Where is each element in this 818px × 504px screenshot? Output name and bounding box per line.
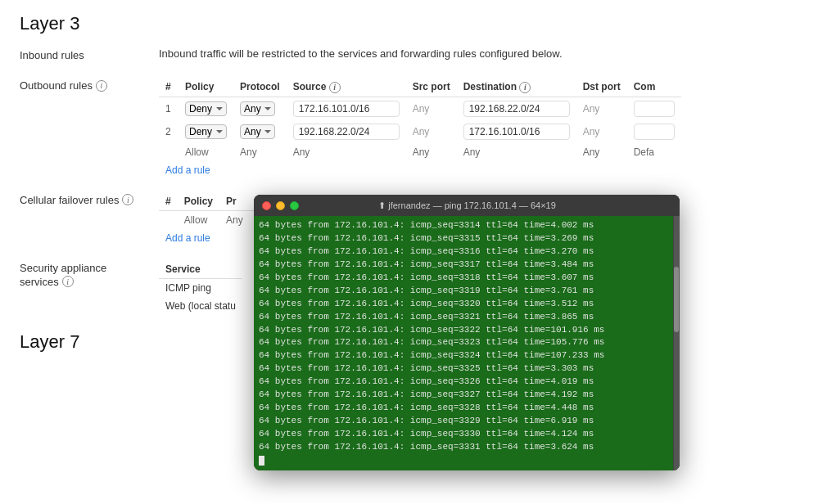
row2-protocol-select[interactable]: Any — [240, 124, 275, 139]
row1-policy-select[interactable]: Deny Allow — [185, 101, 227, 116]
terminal-line: 64 bytes from 172.16.101.4: icmp_seq=332… — [259, 402, 675, 415]
row2-destination — [457, 120, 576, 143]
terminal-cursor — [259, 456, 264, 466]
terminal-line: 64 bytes from 172.16.101.4: icmp_seq=332… — [259, 415, 675, 428]
col-comment: Com — [627, 78, 681, 97]
col-protocol: Protocol — [233, 78, 287, 97]
row1-num: 1 — [159, 97, 179, 120]
table-row: 1 Deny Allow Any — [159, 97, 681, 120]
row1-protocol-select[interactable]: Any — [240, 101, 275, 116]
default-empty — [159, 143, 179, 161]
row1-srcport: Any — [406, 97, 457, 120]
svc-col-service: Service — [159, 260, 242, 279]
destination-info-icon[interactable]: i — [519, 82, 531, 93]
page-title: Layer 3 — [20, 13, 798, 34]
terminal-line: 64 bytes from 172.16.101.4: icmp_seq=331… — [259, 232, 675, 245]
terminal-cursor-line — [259, 454, 675, 467]
terminal-scrollbar[interactable] — [673, 216, 680, 470]
default-comment: Defa — [627, 143, 681, 161]
outbound-table-header: # Policy Protocol Source i Src port Dest… — [159, 78, 681, 97]
security-info-icon[interactable]: i — [62, 276, 74, 287]
outbound-add-rule-link[interactable]: Add a rule — [165, 164, 210, 176]
cel-default-policy: Allow — [178, 210, 219, 229]
row1-dstport: Any — [576, 97, 627, 120]
cellular-info-icon[interactable]: i — [122, 194, 133, 205]
terminal-line: 64 bytes from 172.16.101.4: icmp_seq=332… — [259, 311, 675, 324]
terminal-scrollbar-thumb[interactable] — [674, 267, 679, 332]
terminal-line: 64 bytes from 172.16.101.4: icmp_seq=332… — [259, 362, 675, 376]
row1-protocol: Any — [233, 97, 287, 120]
inbound-description: Inbound traffic will be restricted to th… — [159, 46, 563, 60]
cel-default-protocol: Any — [219, 210, 250, 229]
default-destination: Any — [457, 143, 576, 161]
table-row: Web (local statu — [159, 297, 242, 315]
terminal-title: ⬆ jfernandez — ping 172.16.101.4 — 64×19 — [263, 200, 671, 211]
row1-destination — [457, 97, 576, 120]
terminal-line: 64 bytes from 172.16.101.4: icmp_seq=332… — [259, 389, 675, 402]
row1-source — [287, 97, 406, 120]
terminal-line: 64 bytes from 172.16.101.4: icmp_seq=333… — [259, 441, 675, 454]
terminal-line: 64 bytes from 172.16.101.4: icmp_seq=331… — [259, 245, 675, 259]
cellular-add-rule-link[interactable]: Add a rule — [165, 232, 210, 244]
default-protocol: Any — [233, 143, 287, 161]
row2-srcport: Any — [406, 120, 457, 143]
row1-comment-input[interactable] — [634, 101, 675, 117]
row1-source-input[interactable] — [293, 101, 400, 117]
terminal-window: ⬆ jfernandez — ping 172.16.101.4 — 64×19… — [254, 195, 680, 470]
row2-source — [287, 120, 406, 143]
outbound-label: Outbound rules i — [20, 78, 159, 92]
col-num: # — [159, 78, 179, 97]
outbound-table: # Policy Protocol Source i Src port Dest… — [159, 78, 681, 161]
row2-source-input[interactable] — [293, 124, 400, 140]
terminal-line: 64 bytes from 172.16.101.4: icmp_seq=332… — [259, 376, 675, 389]
row2-dest-input[interactable] — [463, 124, 570, 140]
inbound-section: Inbound rules Inbound traffic will be re… — [20, 47, 798, 61]
cellular-label: Cellular failover rules i — [20, 192, 159, 206]
row2-protocol: Any — [233, 120, 287, 143]
row1-policy: Deny Allow — [179, 97, 233, 120]
source-info-icon[interactable]: i — [329, 82, 341, 93]
inbound-content: Inbound traffic will be restricted to th… — [159, 47, 798, 60]
outbound-info-icon[interactable]: i — [96, 80, 107, 92]
row2-num: 2 — [159, 120, 179, 143]
default-policy: Allow — [179, 143, 233, 161]
table-row: 2 Deny Allow Any — [159, 120, 681, 143]
col-dstport: Dst port — [576, 78, 627, 97]
row2-policy: Deny Allow — [179, 120, 233, 143]
col-srcport: Src port — [406, 78, 457, 97]
terminal-line: 64 bytes from 172.16.101.4: icmp_seq=332… — [259, 298, 675, 311]
outbound-section: Outbound rules i # Policy Protocol Sourc… — [20, 78, 798, 176]
row2-policy-select[interactable]: Deny Allow — [185, 124, 227, 139]
inbound-label: Inbound rules — [20, 47, 159, 61]
security-table-header: Service — [159, 260, 242, 279]
default-srcport: Any — [406, 143, 457, 161]
terminal-line: 64 bytes from 172.16.101.4: icmp_seq=332… — [259, 349, 675, 362]
row1-comment — [627, 97, 681, 120]
row1-dest-input[interactable] — [463, 101, 570, 117]
row2-comment-input[interactable] — [634, 124, 675, 140]
default-row: Allow Any Any Any Any Any Defa — [159, 143, 681, 161]
terminal-line: 64 bytes from 172.16.101.4: icmp_seq=332… — [259, 336, 675, 349]
terminal-line: 64 bytes from 172.16.101.4: icmp_seq=333… — [259, 428, 675, 441]
svc-icmp: ICMP ping — [159, 278, 242, 297]
terminal-body[interactable]: 64 bytes from 172.16.101.4: icmp_seq=331… — [254, 216, 680, 470]
cel-col-num: # — [159, 192, 178, 211]
row1-dstport-text: Any — [583, 103, 600, 115]
cel-col-protocol: Pr — [219, 192, 250, 211]
col-source: Source i — [287, 78, 406, 97]
outbound-content: # Policy Protocol Source i Src port Dest… — [159, 78, 798, 176]
terminal-line: 64 bytes from 172.16.101.4: icmp_seq=331… — [259, 259, 675, 272]
cel-col-policy: Policy — [178, 192, 219, 211]
terminal-title-text: jfernandez — ping 172.16.101.4 — 64×19 — [388, 200, 556, 210]
table-row: ICMP ping — [159, 278, 242, 297]
row2-comment — [627, 120, 681, 143]
terminal-line: 64 bytes from 172.16.101.4: icmp_seq=332… — [259, 324, 675, 337]
terminal-titlebar: ⬆ jfernandez — ping 172.16.101.4 — 64×19 — [254, 195, 680, 216]
col-destination: Destination i — [457, 78, 576, 97]
terminal-line: 64 bytes from 172.16.101.4: icmp_seq=331… — [259, 219, 675, 232]
row1-srcport-text: Any — [413, 103, 430, 115]
default-source: Any — [287, 143, 406, 161]
col-policy: Policy — [179, 78, 233, 97]
default-dstport: Any — [576, 143, 627, 161]
row2-srcport-text: Any — [413, 126, 430, 137]
